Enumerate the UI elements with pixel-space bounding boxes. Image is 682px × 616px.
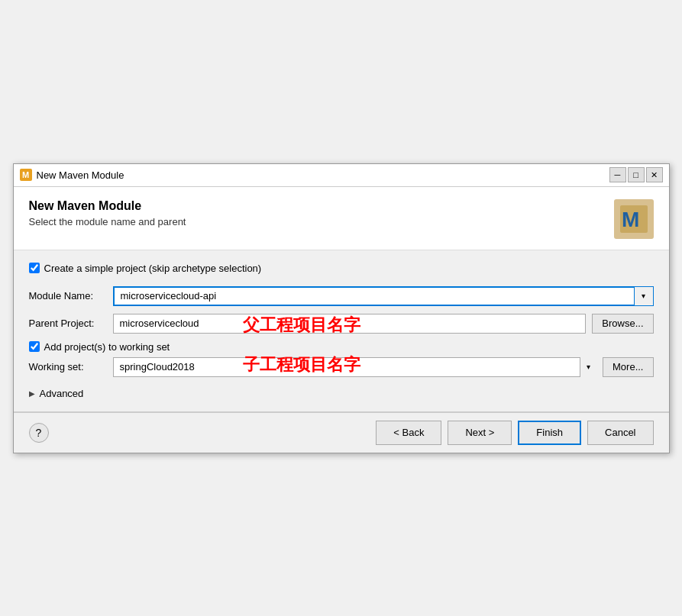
title-bar: M New Maven Module ─ □ ✕ <box>14 164 669 187</box>
module-name-label: Module Name: <box>29 290 113 302</box>
dialog-title: New Maven Module <box>29 199 186 213</box>
help-button[interactable]: ? <box>29 423 49 443</box>
module-name-row: Module Name: ▾ 子工程项目名字 <box>29 286 654 306</box>
content-area: Create a simple project (skip archetype … <box>14 250 669 411</box>
title-text: New Maven Module <box>37 169 124 181</box>
parent-project-row: Parent Project: Browse... 父工程项目名字 <box>29 314 654 334</box>
footer-buttons: < Back Next > Finish Cancel <box>376 421 653 445</box>
back-button[interactable]: < Back <box>376 421 441 445</box>
working-set-checkbox-label[interactable]: Add project(s) to working set <box>44 341 170 353</box>
header-text: New Maven Module Select the module name … <box>29 199 186 227</box>
advanced-label: Advanced <box>40 388 84 399</box>
dialog-window: M New Maven Module ─ □ ✕ New Maven Modul… <box>13 163 670 453</box>
minimize-button[interactable]: ─ <box>609 167 626 182</box>
simple-project-checkbox[interactable] <box>29 263 40 273</box>
browse-button[interactable]: Browse... <box>592 314 653 334</box>
simple-project-label[interactable]: Create a simple project (skip archetype … <box>44 263 262 274</box>
maximize-button[interactable]: □ <box>628 167 645 182</box>
parent-project-label: Parent Project: <box>29 318 113 329</box>
module-name-input[interactable] <box>113 286 654 306</box>
footer: ? < Back Next > Finish Cancel <box>14 412 669 453</box>
svg-text:M: M <box>22 170 29 179</box>
working-set-select-container: springCloud2018 ▾ <box>113 357 597 377</box>
dialog-subtitle: Select the module name and parent <box>29 216 186 227</box>
header-maven-icon: M <box>614 199 654 239</box>
advanced-arrow-icon: ▶ <box>29 389 35 398</box>
next-button[interactable]: Next > <box>448 421 512 445</box>
working-set-row: Working set: springCloud2018 ▾ More... <box>29 357 654 377</box>
more-button[interactable]: More... <box>603 357 653 377</box>
module-name-input-container: ▾ <box>113 286 654 306</box>
finish-button[interactable]: Finish <box>518 421 581 445</box>
maven-icon: M <box>20 169 32 181</box>
simple-project-row: Create a simple project (skip archetype … <box>29 263 654 274</box>
title-controls: ─ □ ✕ <box>609 167 663 182</box>
footer-left: ? <box>29 423 49 443</box>
close-button[interactable]: ✕ <box>646 167 663 182</box>
cancel-button[interactable]: Cancel <box>587 421 653 445</box>
advanced-row[interactable]: ▶ Advanced <box>29 388 654 399</box>
title-bar-left: M New Maven Module <box>20 169 124 181</box>
header-section: New Maven Module Select the module name … <box>14 187 669 250</box>
working-set-checkbox-row: Add project(s) to working set <box>29 341 654 353</box>
working-set-label: Working set: <box>29 361 113 373</box>
working-set-select[interactable]: springCloud2018 <box>113 357 597 377</box>
working-set-checkbox[interactable] <box>29 341 40 352</box>
module-name-dropdown-arrow[interactable]: ▾ <box>634 286 654 306</box>
svg-text:M: M <box>622 208 639 231</box>
parent-project-input-container <box>113 314 587 334</box>
parent-project-input[interactable] <box>113 314 587 334</box>
